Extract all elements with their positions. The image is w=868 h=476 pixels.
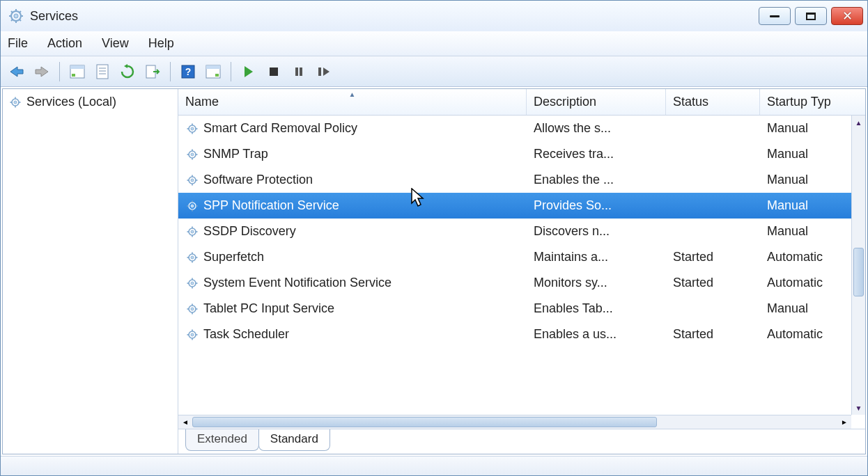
service-name: SPP Notification Service xyxy=(203,198,339,213)
svg-point-46 xyxy=(191,178,194,181)
service-row[interactable]: Software ProtectionEnables the ...Manual xyxy=(178,167,865,193)
refresh-icon xyxy=(120,64,135,79)
menu-view[interactable]: View xyxy=(102,36,129,51)
content-pane: ▲ Name Description Status Startup Typ Sm… xyxy=(178,89,865,454)
service-description: Enables the ... xyxy=(527,173,666,187)
forward-button[interactable] xyxy=(31,61,52,82)
service-startup-type: Automatic xyxy=(760,276,858,290)
help-button[interactable]: ? xyxy=(178,61,199,82)
titlebar[interactable]: Services ✕ xyxy=(1,1,867,31)
service-row[interactable]: Tablet PC Input ServiceEnables Tab...Man… xyxy=(178,296,865,322)
close-button[interactable]: ✕ xyxy=(831,7,863,25)
service-status: Started xyxy=(666,250,760,264)
service-description: Receives tra... xyxy=(527,147,666,161)
tab-extended[interactable]: Extended xyxy=(185,429,259,451)
service-row[interactable]: Smart Card Removal PolicyAllows the s...… xyxy=(178,116,865,141)
svg-line-7 xyxy=(20,19,21,21)
service-row[interactable]: Task SchedulerEnables a us...StartedAuto… xyxy=(178,322,865,347)
service-description: Enables Tab... xyxy=(527,301,666,316)
service-name: System Event Notification Service xyxy=(203,276,392,290)
service-startup-type: Manual xyxy=(760,301,858,316)
service-row[interactable]: SSDP DiscoveryDiscovers n...Manual xyxy=(178,219,865,244)
service-name: Tablet PC Input Service xyxy=(203,301,334,316)
sidebar-item-services-local[interactable]: Services (Local) xyxy=(6,93,175,111)
col-header-description[interactable]: Description xyxy=(527,89,666,115)
export-list-button[interactable] xyxy=(142,61,163,82)
menu-action[interactable]: Action xyxy=(47,36,82,51)
minimize-button[interactable] xyxy=(759,7,791,25)
service-name: Smart Card Removal Policy xyxy=(203,121,357,136)
service-name: SSDP Discovery xyxy=(203,224,296,239)
vscroll-thumb[interactable] xyxy=(853,248,864,296)
svg-point-82 xyxy=(191,333,194,335)
gear-icon xyxy=(185,173,199,187)
toolbar-separator xyxy=(170,62,171,81)
refresh-button[interactable] xyxy=(117,61,138,82)
svg-text:?: ? xyxy=(185,66,192,77)
svg-line-9 xyxy=(20,11,21,13)
statusbar xyxy=(1,456,867,475)
service-row[interactable]: SuperfetchMaintains a...StartedAutomatic xyxy=(178,244,865,270)
service-row[interactable]: SPP Notification ServiceProvides So...Ma… xyxy=(178,193,865,219)
service-startup-type: Automatic xyxy=(760,250,858,264)
sort-ascending-icon: ▲ xyxy=(349,90,356,98)
action-pane-icon xyxy=(206,65,221,79)
show-hide-action-pane-button[interactable] xyxy=(203,61,224,82)
show-hide-console-tree-button[interactable] xyxy=(67,61,88,82)
maximize-button[interactable] xyxy=(795,7,827,25)
gear-icon xyxy=(185,122,199,136)
service-name: SNMP Trap xyxy=(203,147,268,161)
svg-rect-26 xyxy=(318,68,321,76)
service-row[interactable]: SNMP TrapReceives tra...Manual xyxy=(178,141,865,167)
export-icon xyxy=(145,64,160,79)
svg-rect-25 xyxy=(300,68,302,76)
restart-service-button[interactable] xyxy=(313,61,334,82)
horizontal-scrollbar[interactable]: ◄ ► xyxy=(178,415,851,429)
vscroll-track[interactable] xyxy=(852,129,865,401)
svg-rect-11 xyxy=(70,65,84,69)
scroll-left-arrow-icon[interactable]: ◄ xyxy=(178,415,192,429)
toolbar-separator xyxy=(231,62,231,81)
sidebar-tree[interactable]: Services (Local) xyxy=(3,89,178,454)
service-startup-type: Manual xyxy=(760,224,858,239)
svg-rect-24 xyxy=(295,68,298,76)
service-list[interactable]: Smart Card Removal PolicyAllows the s...… xyxy=(178,116,865,415)
gear-icon xyxy=(8,95,22,109)
start-service-button[interactable] xyxy=(238,61,259,82)
svg-rect-23 xyxy=(270,68,278,76)
tab-standard[interactable]: Standard xyxy=(258,429,330,451)
properties-button[interactable] xyxy=(92,61,113,82)
col-header-name[interactable]: ▲ Name xyxy=(178,89,527,115)
hscroll-track[interactable] xyxy=(192,415,837,429)
scroll-right-arrow-icon[interactable]: ► xyxy=(837,415,851,429)
vertical-scrollbar[interactable]: ▲ ▼ xyxy=(851,116,865,415)
col-header-startup-type[interactable]: Startup Typ xyxy=(760,89,858,115)
menu-help[interactable]: Help xyxy=(148,36,174,51)
menu-file[interactable]: File xyxy=(8,36,28,51)
service-startup-type: Manual xyxy=(760,121,858,136)
scroll-up-arrow-icon[interactable]: ▲ xyxy=(852,116,865,129)
play-icon xyxy=(243,65,254,78)
svg-point-34 xyxy=(191,127,194,129)
stop-icon xyxy=(268,66,279,77)
stop-service-button[interactable] xyxy=(263,61,284,82)
svg-point-40 xyxy=(191,152,194,155)
service-status: Started xyxy=(666,276,760,290)
col-header-status[interactable]: Status xyxy=(666,89,760,115)
app-gear-icon xyxy=(8,8,24,24)
pause-service-button[interactable] xyxy=(288,61,309,82)
service-name: Software Protection xyxy=(203,173,313,187)
pause-icon xyxy=(293,66,304,77)
console-tree-icon xyxy=(70,65,85,79)
svg-point-70 xyxy=(191,281,194,284)
hscroll-thumb[interactable] xyxy=(192,417,657,427)
service-row[interactable]: System Event Notification ServiceMonitor… xyxy=(178,270,865,296)
gear-icon xyxy=(185,302,199,316)
restart-icon xyxy=(317,66,331,77)
service-description: Discovers n... xyxy=(527,224,666,239)
scroll-down-arrow-icon[interactable]: ▼ xyxy=(852,401,865,415)
toolbar-separator xyxy=(59,62,60,81)
back-button[interactable] xyxy=(6,61,27,82)
service-status: Started xyxy=(666,327,760,342)
svg-point-1 xyxy=(14,14,18,18)
